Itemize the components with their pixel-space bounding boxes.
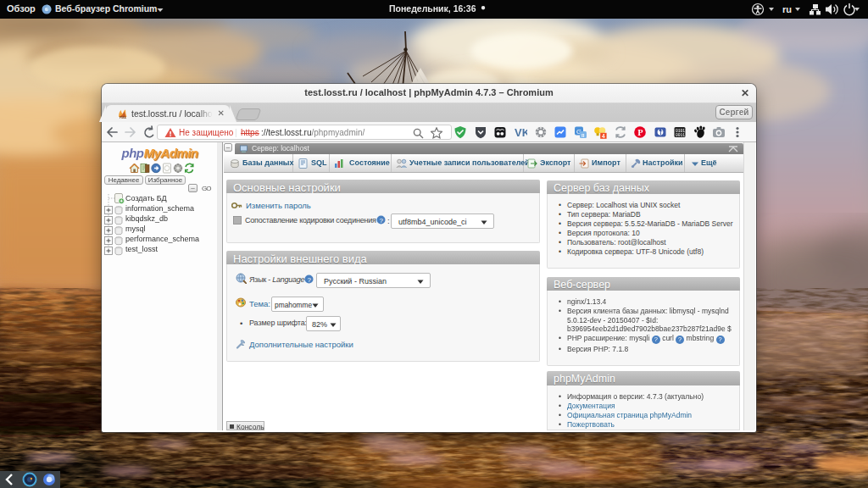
svg-text:0011: 0011 <box>676 133 685 137</box>
svg-text:?: ? <box>307 276 311 284</box>
svg-text:VK: VK <box>515 126 527 139</box>
svg-text:ru: ru <box>782 4 792 14</box>
svg-text:PMA: PMA <box>120 116 126 119</box>
svg-text:?: ? <box>379 217 383 225</box>
svg-text:я: я <box>581 132 585 138</box>
svg-text:T: T <box>659 130 663 136</box>
svg-text:P: P <box>637 128 643 137</box>
svg-text:4: 4 <box>602 133 605 139</box>
